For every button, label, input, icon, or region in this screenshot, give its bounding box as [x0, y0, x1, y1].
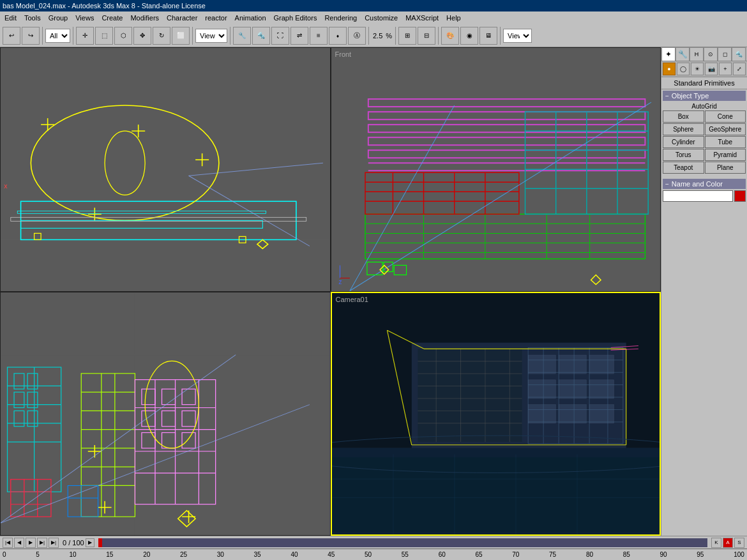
menu-rendering[interactable]: Rendering: [321, 11, 360, 24]
frame-advance-btn[interactable]: ▶: [86, 538, 94, 547]
name-color-header: − Name and Color: [663, 179, 746, 189]
cameras-icon[interactable]: 📷: [705, 63, 718, 75]
lights-icon[interactable]: ☀: [691, 63, 704, 75]
menu-group[interactable]: Group: [45, 11, 72, 24]
set-key-btn[interactable]: S: [734, 538, 744, 548]
menu-modifiers[interactable]: Modifiers: [127, 11, 162, 24]
panel-tabs: ✦ 🔧 H ⊙ ◻ 🔩: [661, 47, 747, 61]
timeline[interactable]: [98, 538, 707, 547]
mirror-btn[interactable]: ⇌: [290, 27, 308, 45]
viewport-topright-label: Front: [335, 50, 352, 58]
view-dropdown[interactable]: View: [195, 29, 227, 43]
svg-rect-158: [589, 379, 614, 398]
layer2-btn[interactable]: ⊟: [418, 27, 435, 45]
cone-btn[interactable]: Cone: [705, 110, 746, 123]
menu-animation[interactable]: Animation: [232, 11, 269, 24]
viewport-topright-canvas: z: [331, 48, 661, 291]
menu-reactor[interactable]: reactor: [202, 11, 230, 24]
status-bar: 0 5 10 15 20 25 30 35 40 45 50 55 60 65 …: [0, 549, 747, 560]
motion-tab[interactable]: ⊙: [704, 47, 718, 61]
viewport-top-right[interactable]: Front: [331, 47, 661, 292]
key-mode-btn[interactable]: K: [711, 538, 721, 548]
select-btn[interactable]: ✛: [76, 27, 94, 45]
cylinder-btn[interactable]: Cylinder: [663, 136, 704, 148]
menu-character[interactable]: Character: [163, 11, 200, 24]
render3-btn[interactable]: 🖥: [479, 27, 497, 45]
title-bar: bas Model_024.max - Autodesk 3ds Max 8 -…: [0, 0, 747, 11]
svg-rect-161: [589, 404, 614, 423]
torus-btn[interactable]: Torus: [663, 149, 704, 161]
selection-filter-dropdown[interactable]: All: [45, 29, 70, 43]
shapes-icon[interactable]: ◯: [677, 63, 690, 75]
snap2-btn[interactable]: 🔩: [252, 27, 270, 45]
next-frame-btn[interactable]: ▶|: [37, 538, 47, 548]
render1-btn[interactable]: 🎨: [441, 27, 459, 45]
menu-help[interactable]: Help: [443, 11, 464, 24]
utilities-tab[interactable]: 🔩: [732, 47, 746, 61]
create-tab[interactable]: ✦: [661, 47, 675, 61]
sep4: [230, 27, 230, 45]
modify-tab[interactable]: 🔧: [675, 47, 690, 61]
snap-btn[interactable]: 🔧: [233, 27, 251, 45]
spacewarps-icon[interactable]: ⤢: [733, 63, 746, 75]
menu-tools[interactable]: Tools: [21, 11, 44, 24]
plane-btn[interactable]: Plane: [705, 162, 746, 174]
geosphere-btn[interactable]: GeoSphere: [705, 123, 746, 135]
tools1-btn[interactable]: ⬧: [329, 27, 347, 45]
zoom-percent: %: [385, 32, 393, 40]
menu-customize[interactable]: Customize: [361, 11, 401, 24]
select-crossing-btn[interactable]: ⬡: [114, 27, 132, 45]
menu-views[interactable]: Views: [72, 11, 97, 24]
menu-graph-editors[interactable]: Graph Editors: [271, 11, 321, 24]
undo-btn[interactable]: ↩: [3, 27, 20, 45]
panel-icons-row: ● ◯ ☀ 📷 + ⤢: [661, 61, 747, 77]
viewport-area: x Front: [0, 47, 661, 536]
svg-rect-159: [528, 404, 555, 423]
geometry-icon[interactable]: ●: [663, 63, 675, 75]
hierarchy-tab[interactable]: H: [690, 47, 704, 61]
svg-text:z: z: [338, 278, 342, 285]
helpers-icon[interactable]: +: [719, 63, 732, 75]
svg-rect-153: [528, 355, 555, 374]
prev-frame-btn[interactable]: ◀: [14, 538, 24, 548]
tools2-btn[interactable]: Ⓐ: [348, 27, 366, 45]
move-btn[interactable]: ✥: [133, 27, 151, 45]
snap3-btn[interactable]: ⛶: [271, 27, 289, 45]
tube-btn[interactable]: Tube: [705, 136, 746, 148]
svg-rect-0: [1, 48, 330, 291]
goto-end-btn[interactable]: ▶|: [49, 538, 59, 548]
display-tab[interactable]: ◻: [718, 47, 732, 61]
name-color-section: − Name and Color: [661, 178, 747, 203]
align-btn[interactable]: ≡: [310, 27, 328, 45]
teapot-btn[interactable]: Teapot: [663, 162, 704, 174]
view-type-dropdown[interactable]: View: [503, 29, 532, 43]
layer-btn[interactable]: ⊞: [398, 27, 416, 45]
zoom-label: 2.5: [372, 32, 384, 40]
pyramid-btn[interactable]: Pyramid: [705, 149, 746, 161]
play-btn[interactable]: ▶: [26, 538, 36, 548]
svg-rect-155: [589, 355, 614, 374]
scale-btn[interactable]: ⬜: [172, 27, 190, 45]
color-swatch[interactable]: [734, 190, 746, 202]
viewport-bottom-left[interactable]: [0, 292, 331, 536]
viewport-top-left[interactable]: x: [0, 47, 331, 292]
box-btn[interactable]: Box: [663, 110, 704, 123]
svg-rect-162: [332, 457, 660, 531]
sep1: [42, 27, 43, 45]
select-region-btn[interactable]: ⬚: [95, 27, 113, 45]
object-name-input[interactable]: [663, 190, 733, 202]
render2-btn[interactable]: ◉: [460, 27, 478, 45]
viewport-bottomleft-canvas: [1, 292, 330, 536]
goto-start-btn[interactable]: |◀: [3, 538, 13, 548]
viewport-bottom-right[interactable]: Camera01: [331, 292, 661, 536]
sphere-btn[interactable]: Sphere: [663, 123, 704, 135]
rotate-btn[interactable]: ↻: [153, 27, 170, 45]
object-type-section: − Object Type AutoGrid Box Cone Sphere G…: [661, 89, 747, 176]
menu-edit[interactable]: Edit: [1, 11, 20, 24]
auto-key-btn[interactable]: A: [723, 538, 733, 548]
svg-rect-156: [528, 379, 555, 398]
redo-btn[interactable]: ↪: [22, 27, 40, 45]
menu-create[interactable]: Create: [98, 11, 126, 24]
menu-maxscript[interactable]: MAXScript: [402, 11, 442, 24]
playback-controls: |◀ ◀ ▶ ▶| ▶|: [3, 538, 59, 548]
